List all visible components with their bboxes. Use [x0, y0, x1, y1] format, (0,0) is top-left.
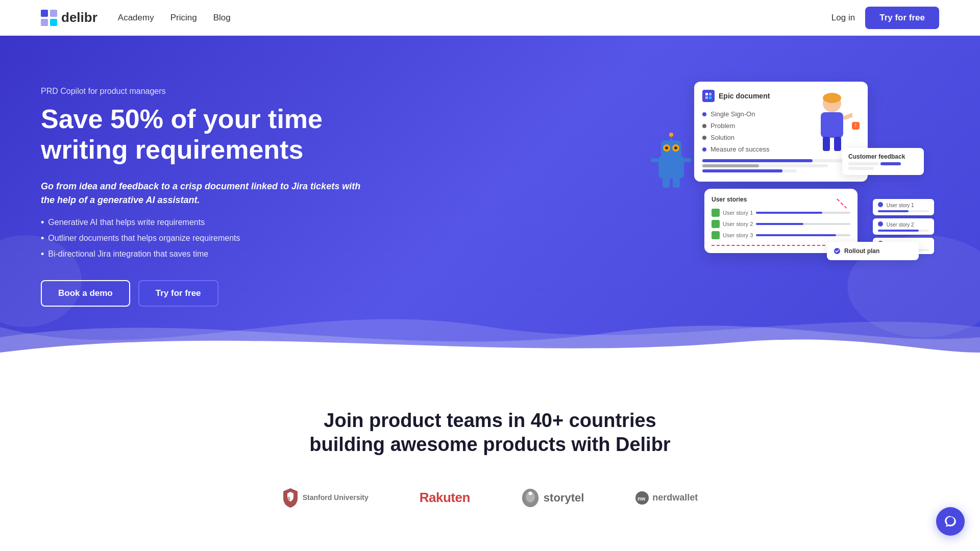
hero-subtitle: Go from idea and feedback to a crisp doc…: [41, 180, 368, 207]
hero-illustration: Epic document Single Sign-On Problem ! S…: [664, 66, 929, 291]
side-story-card-1: User story 1: [873, 199, 934, 215]
rollout-card: Rollout plan: [827, 242, 919, 260]
epic-doc-icon: [702, 90, 715, 102]
hero-buttons: Book a demo Try for free: [41, 280, 368, 307]
svg-rect-24: [834, 137, 841, 151]
rakuten-text: Rakuten: [420, 490, 470, 506]
svg-rect-1: [50, 10, 57, 17]
stanford-logo: S Stanford University: [282, 488, 369, 508]
svg-point-30: [528, 491, 532, 495]
hero-title-line2: writing requirements: [41, 135, 303, 164]
nerdwallet-icon: nw: [635, 491, 649, 505]
nerdwallet-text: nerdwallet: [652, 492, 698, 503]
book-demo-button[interactable]: Book a demo: [41, 280, 130, 307]
navbar-right: Log in Try for free: [831, 7, 939, 29]
storytel-text: storytel: [544, 491, 584, 505]
svg-rect-22: [821, 112, 843, 138]
story-row-1: User story 1: [712, 207, 850, 218]
side-story-card-2: User story 2: [873, 218, 934, 235]
hero-title-line1: Save 50% of your time: [41, 104, 323, 134]
story-row-3: User story 3: [712, 230, 850, 241]
svg-point-9: [674, 146, 677, 149]
social-proof-title-line1: Join product teams in 40+ countries: [324, 410, 656, 431]
hero-title: Save 50% of your time writing requiremen…: [41, 104, 368, 165]
hero-bullet-1: Generative AI that helps write requireme…: [41, 217, 368, 228]
try-free-button-nav[interactable]: Try for free: [865, 7, 939, 29]
person-character: [812, 92, 852, 153]
hero-tagline: PRD Copilot for product managers: [41, 87, 368, 96]
svg-rect-14: [651, 158, 659, 162]
svg-rect-0: [41, 10, 48, 17]
logo-text: delibr: [61, 10, 97, 26]
svg-rect-18: [705, 96, 708, 99]
nerdwallet-logo: nw nerdwallet: [635, 491, 698, 505]
story-row-2: User story 2: [712, 218, 850, 230]
nav-pricing[interactable]: Pricing: [170, 13, 197, 23]
nav-academy[interactable]: Academy: [118, 13, 154, 23]
storytel-icon: [521, 489, 540, 507]
chat-icon: [944, 515, 957, 528]
svg-rect-12: [663, 178, 670, 188]
hero-bullet-3: Bi-directional Jira integration that sav…: [41, 249, 368, 260]
svg-rect-15: [683, 158, 692, 162]
svg-text:S: S: [287, 496, 290, 501]
hero-content: PRD Copilot for product managers Save 50…: [41, 77, 368, 307]
social-proof-title: Join product teams in 40+ countries buil…: [41, 409, 939, 457]
hero-bullets: Generative AI that helps write requireme…: [41, 217, 368, 260]
feedback-title: Customer feedback: [848, 153, 918, 160]
navbar: delibr Academy Pricing Blog Log in Try f…: [0, 0, 980, 36]
navbar-left: delibr Academy Pricing Blog: [41, 10, 231, 26]
stanford-text: Stanford University: [303, 493, 369, 502]
svg-rect-16: [705, 93, 708, 95]
svg-rect-4: [658, 156, 684, 179]
nav-links: Academy Pricing Blog: [118, 13, 231, 23]
chat-button[interactable]: [936, 507, 965, 536]
rakuten-logo: Rakuten: [420, 490, 470, 506]
svg-rect-19: [709, 96, 712, 99]
svg-point-11: [669, 133, 673, 137]
svg-rect-25: [843, 113, 852, 120]
user-stories-title: User stories: [712, 196, 850, 203]
try-free-button-hero[interactable]: Try for free: [138, 280, 218, 307]
delibr-logo-icon: [41, 10, 57, 26]
social-proof-section: Join product teams in 40+ countries buil…: [0, 368, 980, 539]
feedback-card: Customer feedback: [842, 148, 924, 175]
svg-text:nw: nw: [638, 495, 646, 502]
login-button[interactable]: Log in: [831, 13, 855, 23]
robot-character: [648, 133, 694, 189]
svg-rect-2: [41, 19, 48, 26]
logo[interactable]: delibr: [41, 10, 97, 26]
svg-point-21: [823, 93, 841, 103]
hero-bullet-2: Outliner documents that helps organize r…: [41, 233, 368, 244]
stanford-shield-icon: S: [282, 488, 299, 508]
social-proof-title-line2: building awesome products with Delibr: [309, 434, 670, 455]
svg-rect-17: [709, 93, 712, 95]
logos-row: S Stanford University Rakuten storytel n…: [41, 488, 939, 508]
nav-blog[interactable]: Blog: [213, 13, 231, 23]
epic-doc-title: Epic document: [719, 92, 770, 100]
svg-rect-13: [673, 178, 680, 188]
svg-rect-3: [50, 19, 57, 26]
svg-rect-23: [823, 137, 830, 151]
svg-point-8: [665, 146, 668, 149]
hero-section: PRD Copilot for product managers Save 50…: [0, 36, 980, 368]
storytel-logo: storytel: [521, 489, 584, 507]
